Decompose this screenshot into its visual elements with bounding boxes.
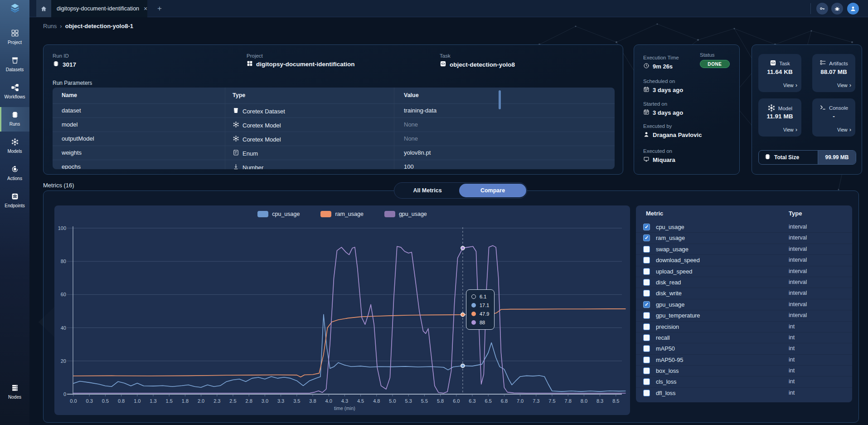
metric-name: mAP50-95 — [656, 357, 683, 363]
view-button[interactable]: View› — [783, 82, 797, 88]
metric-checkbox[interactable] — [643, 290, 650, 297]
tooltip-entry: 47.9 — [471, 311, 489, 317]
home-tab-button[interactable] — [36, 0, 51, 17]
file-card-artifacts: Artifacts88.07 MBView› — [812, 54, 855, 92]
metric-row-download_speed[interactable]: download_speedinterval — [636, 255, 852, 266]
chevron-right-icon: › — [849, 126, 851, 133]
sidebar-item-models[interactable]: Models — [0, 134, 29, 159]
sidebar-item-endpoints[interactable]: Endpoints — [0, 189, 29, 213]
sidebar-item-project[interactable]: Project — [0, 25, 29, 50]
metric-name: ram_usage — [656, 234, 685, 241]
x-axis-label: 8.5 — [612, 398, 619, 404]
param-type: Number — [233, 163, 263, 169]
tab-compare[interactable]: Compare — [459, 184, 526, 197]
x-axis-label: 2.0 — [198, 398, 204, 404]
sidebar: ProjectDatasetsWorkflowsRunsModelsAction… — [0, 0, 29, 425]
sidebar-item-label: Endpoints — [5, 203, 24, 208]
view-button[interactable]: View› — [783, 126, 797, 133]
metric-checkbox[interactable] — [643, 257, 650, 264]
sidebar-item-nodes[interactable]: Nodes — [0, 380, 29, 405]
x-axis-label: 0.3 — [86, 398, 93, 404]
metric-row-swap_usage[interactable]: swap_usageinterval — [636, 244, 852, 255]
metric-row-gpu_temperature[interactable]: gpu_temperatureinterval — [636, 310, 852, 321]
chevron-right-icon: › — [849, 82, 851, 88]
tab-close-icon[interactable]: × — [144, 5, 147, 12]
metric-row-ram_usage[interactable]: ram_usageinterval — [636, 233, 852, 244]
metric-row-recall[interactable]: recallint — [636, 332, 852, 343]
x-axis-label: 7.0 — [517, 398, 524, 404]
metric-row-gpu_usage[interactable]: gpu_usageinterval — [636, 299, 852, 310]
x-axis-label: 3.5 — [293, 398, 300, 404]
api-key-button[interactable] — [816, 3, 828, 15]
metric-row-box_loss[interactable]: box_lossint — [636, 366, 852, 376]
param-type: Enum — [233, 149, 258, 157]
project-value[interactable]: digitopsy-document-identification — [247, 60, 355, 68]
run-parameters-table: NameTypeValue datasetCoretex Datasettrai… — [53, 88, 615, 169]
sidebar-item-runs[interactable]: Runs — [0, 107, 29, 132]
metric-list-header: Metric Type — [636, 210, 852, 221]
sidebar-item-label: Workflows — [5, 94, 25, 99]
legend-item-cpu_usage[interactable]: cpu_usage — [257, 211, 300, 217]
metric-row-upload_speed[interactable]: upload_speedinterval — [636, 266, 852, 277]
exec-field-value: 3 days ago — [643, 86, 683, 94]
new-tab-button[interactable]: + — [155, 4, 165, 14]
metric-checkbox[interactable] — [643, 345, 650, 352]
calendar-icon — [643, 109, 650, 117]
chevron-right-icon: › — [795, 82, 797, 88]
metric-type: interval — [789, 279, 807, 285]
app-logo-icon[interactable] — [0, 2, 29, 15]
bug-report-button[interactable] — [831, 3, 843, 15]
tab-all-metrics[interactable]: All Metrics — [394, 183, 461, 198]
metric-row-mAP50-95[interactable]: mAP50-95int — [636, 355, 852, 366]
x-axis-label: 5.0 — [389, 398, 396, 404]
param-type: Coretex Model — [233, 135, 281, 143]
sidebar-item-label: Datasets — [6, 67, 24, 72]
metric-checkbox[interactable] — [643, 224, 650, 230]
metric-checkbox[interactable] — [643, 268, 650, 275]
x-axis-label: 6.0 — [453, 398, 460, 404]
metric-row-disk_write[interactable]: disk_writeinterval — [636, 288, 852, 299]
user-profile-button[interactable] — [847, 3, 859, 15]
usage-line-chart[interactable]: 0204060801000.00.30.50.81.01.31.51.82.02… — [54, 223, 630, 413]
view-button[interactable]: View› — [837, 126, 851, 133]
metric-checkbox[interactable] — [643, 390, 650, 396]
metric-checkbox[interactable] — [643, 279, 650, 286]
metric-checkbox[interactable] — [643, 246, 650, 253]
view-button[interactable]: View› — [837, 82, 851, 88]
metric-checkbox[interactable] — [643, 357, 650, 363]
project-label: Project — [247, 53, 263, 59]
metric-checkbox[interactable] — [643, 367, 650, 374]
metric-name: swap_usage — [656, 246, 689, 253]
metric-row-cpu_usage[interactable]: cpu_usageinterval — [636, 222, 852, 233]
sidebar-item-workflows[interactable]: Workflows — [0, 80, 29, 104]
legend-item-gpu_usage[interactable]: gpu_usage — [384, 211, 427, 217]
x-axis-label: 2.3 — [213, 398, 220, 404]
table-scrollbar-thumb[interactable] — [499, 90, 501, 109]
metric-row-dfl_loss[interactable]: dfl_lossint — [636, 388, 852, 399]
chip-icon — [53, 60, 59, 68]
metric-checkbox[interactable] — [643, 378, 650, 385]
metric-type: int — [789, 378, 795, 385]
metric-checkbox[interactable] — [643, 323, 650, 330]
metric-row-precision[interactable]: precisionint — [636, 322, 852, 332]
metric-checkbox[interactable] — [643, 234, 650, 241]
param-name: weights — [62, 149, 82, 156]
metric-row-mAP50[interactable]: mAP50int — [636, 343, 852, 354]
breadcrumb-runs-link[interactable]: Runs — [43, 23, 57, 29]
sidebar-item-actions[interactable]: Actions — [0, 161, 29, 186]
legend-item-ram_usage[interactable]: ram_usage — [320, 211, 364, 217]
metric-checkbox[interactable] — [643, 301, 650, 308]
metric-type: int — [789, 345, 795, 352]
metric-type: int — [789, 367, 795, 374]
metric-row-cls_loss[interactable]: cls_lossint — [636, 376, 852, 387]
total-size-value: 99.99 MB — [818, 151, 856, 164]
project-tab[interactable]: digitopsy-document-identification × — [51, 0, 147, 17]
metric-checkbox[interactable] — [643, 312, 650, 319]
task-value[interactable]: object-detection-yolo8 — [440, 60, 515, 68]
sidebar-item-datasets[interactable]: Datasets — [0, 53, 29, 77]
param-row: epochsNumber100 — [53, 160, 615, 169]
metric-row-disk_read[interactable]: disk_readinterval — [636, 277, 852, 288]
chart-legend: cpu_usageram_usagegpu_usage — [54, 211, 630, 217]
metric-checkbox[interactable] — [643, 334, 650, 341]
metric-list-panel: Metric Type cpu_usageintervalram_usagein… — [636, 205, 852, 402]
